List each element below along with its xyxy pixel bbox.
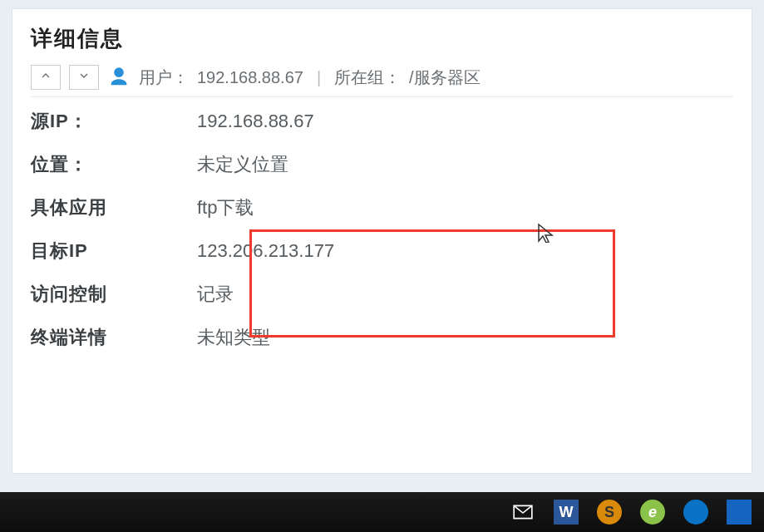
- header-separator: |: [312, 68, 326, 87]
- taskbar-app-blue-icon[interactable]: [678, 497, 714, 527]
- user-label: 用户：: [139, 66, 189, 89]
- user-icon: [107, 66, 131, 89]
- taskbar-ie-icon[interactable]: e: [634, 497, 671, 527]
- taskbar-sublime-icon[interactable]: S: [591, 497, 628, 527]
- detail-rows: 源IP： 192.168.88.67 位置： 未定义位置 具体应用 ftp下载 …: [31, 109, 733, 350]
- taskbar-manager-icon[interactable]: [721, 497, 757, 527]
- application-label: 具体应用: [31, 195, 197, 220]
- target-ip-label: 目标IP: [31, 239, 197, 264]
- word-glyph: W: [559, 504, 574, 521]
- location-label: 位置：: [31, 152, 197, 177]
- panel-title: 详细信息: [31, 24, 733, 53]
- user-value: 192.168.88.67: [197, 68, 303, 87]
- group-value: /服务器区: [409, 66, 481, 89]
- windows-taskbar: W S e: [0, 492, 764, 532]
- application-value: ftp下载: [197, 195, 733, 220]
- detail-panel: 详细信息 用户： 192.168.88.67 | 所在组： /服务器区 源IP：…: [12, 8, 752, 474]
- terminal-detail-label: 终端详情: [31, 325, 197, 350]
- access-control-label: 访问控制: [31, 282, 197, 307]
- prev-record-button[interactable]: [31, 65, 61, 90]
- access-control-value: 记录: [197, 282, 733, 307]
- target-ip-value: 123.206.213.177: [197, 240, 733, 262]
- sublime-glyph: S: [604, 504, 614, 521]
- header-row: 用户： 192.168.88.67 | 所在组： /服务器区: [31, 65, 733, 97]
- taskbar-mail-icon[interactable]: [505, 497, 541, 527]
- next-record-button[interactable]: [69, 65, 99, 90]
- ie-glyph: e: [648, 504, 657, 521]
- chevron-up-icon: [39, 69, 52, 86]
- taskbar-word-icon[interactable]: W: [548, 497, 584, 527]
- source-ip-label: 源IP：: [31, 109, 197, 134]
- terminal-detail-value: 未知类型: [197, 325, 733, 350]
- chevron-down-icon: [77, 69, 91, 86]
- source-ip-value: 192.168.88.67: [197, 111, 733, 132]
- location-value: 未定义位置: [197, 152, 733, 177]
- group-label: 所在组：: [334, 66, 401, 89]
